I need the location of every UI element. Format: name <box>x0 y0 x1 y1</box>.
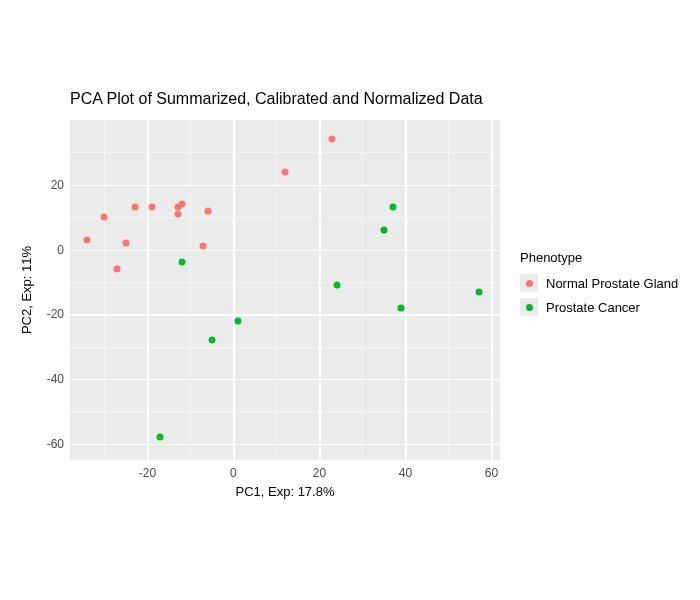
data-point <box>122 240 129 247</box>
legend-label: Prostate Cancer <box>546 300 640 315</box>
data-point <box>380 227 387 234</box>
circle-icon <box>526 280 533 287</box>
circle-icon <box>526 304 533 311</box>
y-tick-label: -40 <box>47 372 64 386</box>
data-point <box>389 204 396 211</box>
data-point <box>234 317 241 324</box>
legend-key <box>520 274 538 292</box>
data-point <box>178 259 185 266</box>
y-tick-label: -20 <box>47 307 64 321</box>
x-tick-label: 0 <box>230 466 237 480</box>
data-point <box>131 204 138 211</box>
data-point <box>114 265 121 272</box>
data-point <box>398 304 405 311</box>
x-tick-label: 40 <box>399 466 412 480</box>
y-tick-label: -60 <box>47 437 64 451</box>
data-point <box>174 210 181 217</box>
data-point <box>84 236 91 243</box>
data-point <box>208 337 215 344</box>
legend-title: Phenotype <box>520 250 678 265</box>
data-point <box>101 214 108 221</box>
legend-item: Prostate Cancer <box>520 295 678 319</box>
data-point <box>475 288 482 295</box>
data-point <box>333 282 340 289</box>
plot-panel <box>70 120 500 460</box>
data-point <box>204 207 211 214</box>
legend-item: Normal Prostate Gland <box>520 271 678 295</box>
data-point <box>157 434 164 441</box>
chart-title: PCA Plot of Summarized, Calibrated and N… <box>70 90 483 108</box>
legend-label: Normal Prostate Gland <box>546 276 678 291</box>
x-tick-label: 60 <box>485 466 498 480</box>
data-point <box>178 201 185 208</box>
x-axis-label: PC1, Exp: 17.8% <box>236 484 335 499</box>
y-axis-label: PC2, Exp: 11% <box>19 246 34 334</box>
data-point <box>200 243 207 250</box>
data-point <box>329 136 336 143</box>
pca-chart: PCA Plot of Summarized, Calibrated and N… <box>0 0 700 600</box>
x-tick-label: -20 <box>139 466 156 480</box>
data-point <box>282 168 289 175</box>
y-tick-label: 20 <box>51 178 64 192</box>
y-tick-label: 0 <box>57 243 64 257</box>
data-point <box>148 204 155 211</box>
legend-key <box>520 298 538 316</box>
x-tick-label: 20 <box>313 466 326 480</box>
legend: Phenotype Normal Prostate Gland Prostate… <box>520 250 678 319</box>
